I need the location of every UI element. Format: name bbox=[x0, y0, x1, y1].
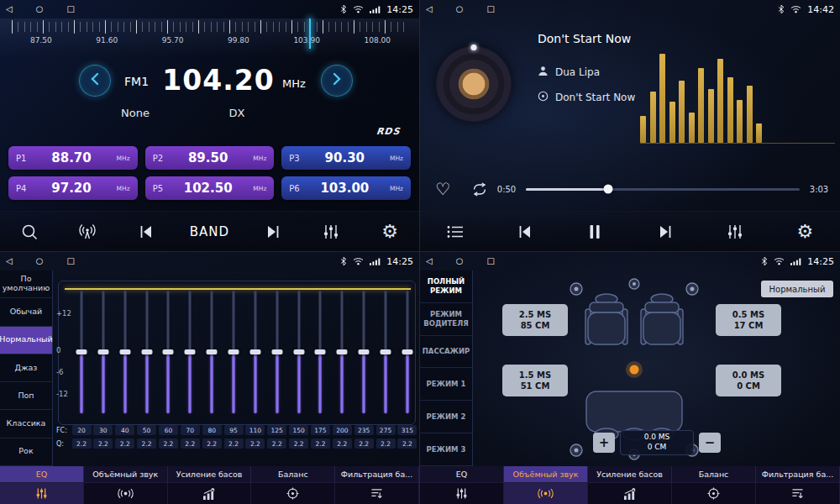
eq-band-slider[interactable] bbox=[401, 291, 414, 413]
radio-preset-p1[interactable]: P188.70MHz bbox=[8, 146, 138, 170]
eq-preset-item[interactable]: Джаз bbox=[0, 354, 52, 382]
surround-mode-item[interactable]: РЕЖИМ 3 bbox=[420, 433, 472, 466]
playlist-icon[interactable] bbox=[440, 217, 470, 247]
delay-chip-front-left[interactable]: 2.5 MS85 CM bbox=[502, 304, 568, 336]
radio-preset-p4[interactable]: P497.20MHz bbox=[8, 176, 138, 200]
surround-mode-item[interactable]: РЕЖИМ 1 bbox=[420, 368, 472, 401]
eq-slider-knob[interactable] bbox=[337, 349, 348, 354]
filter-icon[interactable] bbox=[335, 483, 419, 504]
eq-slider-knob[interactable] bbox=[97, 349, 108, 354]
eq-slider-knob[interactable] bbox=[207, 349, 218, 354]
surround-icon[interactable] bbox=[504, 483, 588, 504]
surround-mode-item[interactable]: ПАССАЖИР bbox=[420, 336, 472, 369]
tab-filter[interactable]: Фильтрация ба... bbox=[335, 466, 419, 482]
eq-slider-knob[interactable] bbox=[163, 349, 174, 354]
back-icon[interactable]: ◁ bbox=[426, 257, 433, 265]
eq-slider-knob[interactable] bbox=[359, 349, 370, 354]
surround-mode-item[interactable]: РЕЖИМ ВОДИТЕЛЯ bbox=[420, 303, 472, 336]
eq-band-slider[interactable] bbox=[183, 291, 197, 413]
delay-chip-rear-left[interactable]: 1.5 MS51 CM bbox=[502, 365, 568, 396]
eq-band-slider[interactable] bbox=[161, 291, 175, 413]
pause-icon[interactable] bbox=[580, 217, 610, 247]
eq-slider-knob[interactable] bbox=[185, 349, 196, 354]
eq-band-slider[interactable] bbox=[357, 291, 370, 413]
seek-up-button[interactable] bbox=[321, 65, 353, 97]
delay-increase-button[interactable]: + bbox=[593, 433, 615, 453]
eq-band-slider[interactable] bbox=[118, 291, 132, 413]
radio-preset-p3[interactable]: P390.30MHz bbox=[281, 146, 411, 170]
recents-icon[interactable]: □ bbox=[66, 5, 74, 13]
search-icon[interactable] bbox=[14, 217, 45, 247]
seek-down-button[interactable] bbox=[79, 65, 111, 97]
tab-surround-sound[interactable]: Объёмный звук bbox=[84, 466, 168, 482]
equalizer-icon[interactable] bbox=[720, 217, 750, 247]
sound-profile-button[interactable]: Нормальный bbox=[761, 281, 833, 297]
bass-boost-icon[interactable] bbox=[588, 483, 672, 504]
eq-slider-knob[interactable] bbox=[402, 349, 412, 354]
home-icon[interactable]: ○ bbox=[36, 5, 44, 13]
eq-band-slider[interactable] bbox=[97, 291, 110, 413]
eq-slider-knob[interactable] bbox=[249, 349, 260, 354]
home-icon[interactable]: ○ bbox=[456, 5, 464, 13]
broadcast-icon[interactable] bbox=[72, 217, 102, 247]
eq-band-slider[interactable] bbox=[379, 291, 392, 413]
eq-band-slider[interactable] bbox=[249, 291, 262, 413]
settings-icon[interactable]: ⚙ bbox=[790, 217, 820, 247]
home-icon[interactable]: ○ bbox=[456, 257, 464, 265]
settings-icon[interactable]: ⚙ bbox=[375, 217, 405, 247]
eq-preset-item[interactable]: Нормальный bbox=[0, 327, 52, 354]
eq-band-slider[interactable] bbox=[140, 291, 154, 413]
radio-preset-p6[interactable]: P6103.00MHz bbox=[281, 176, 411, 200]
eq-slider-knob[interactable] bbox=[76, 349, 87, 354]
frequency-scale[interactable] bbox=[12, 22, 407, 32]
eq-slider-knob[interactable] bbox=[119, 349, 130, 354]
band-button[interactable]: BAND bbox=[190, 217, 229, 247]
surround-icon[interactable] bbox=[84, 483, 168, 504]
eq-band-slider[interactable] bbox=[75, 291, 88, 413]
bass-boost-icon[interactable] bbox=[168, 483, 252, 504]
tab-balance[interactable]: Баланс bbox=[672, 466, 756, 482]
delay-chip-front-right[interactable]: 0.5 MS17 CM bbox=[716, 304, 781, 336]
radio-preset-p5[interactable]: P5102.50MHz bbox=[145, 176, 275, 200]
eq-slider-knob[interactable] bbox=[315, 349, 326, 354]
previous-track-icon[interactable] bbox=[131, 217, 161, 247]
surround-mode-item[interactable]: РЕЖИМ 2 bbox=[420, 401, 472, 433]
previous-track-icon[interactable] bbox=[510, 217, 540, 247]
recents-icon[interactable]: □ bbox=[486, 5, 494, 13]
tab-eq[interactable]: EQ bbox=[0, 466, 84, 482]
delay-decrease-button[interactable]: − bbox=[699, 433, 721, 453]
recents-icon[interactable]: □ bbox=[486, 257, 494, 265]
radio-preset-p2[interactable]: P289.50MHz bbox=[145, 146, 275, 170]
eq-band-slider[interactable] bbox=[227, 291, 240, 413]
favorite-icon[interactable]: ♡ bbox=[435, 181, 465, 197]
next-track-icon[interactable] bbox=[650, 217, 680, 247]
eq-preset-item[interactable]: Обычай bbox=[0, 298, 52, 326]
back-icon[interactable]: ◁ bbox=[6, 257, 13, 265]
tab-balance[interactable]: Баланс bbox=[251, 466, 335, 482]
filter-icon[interactable] bbox=[756, 483, 840, 504]
eq-preset-item[interactable]: По умолчанию bbox=[0, 270, 52, 298]
eq-icon[interactable] bbox=[0, 483, 84, 504]
eq-preset-item[interactable]: Классика bbox=[0, 410, 52, 438]
balance-icon[interactable] bbox=[672, 483, 756, 504]
eq-slider-knob[interactable] bbox=[228, 349, 239, 354]
eq-slider-knob[interactable] bbox=[293, 349, 304, 354]
eq-band-slider[interactable] bbox=[335, 291, 349, 413]
eq-band-slider[interactable] bbox=[313, 291, 327, 413]
eq-preset-item[interactable]: Поп bbox=[0, 382, 52, 410]
tab-bass-boost[interactable]: Усиление басов bbox=[168, 466, 252, 482]
seek-bar[interactable] bbox=[526, 188, 800, 191]
eq-slider-knob[interactable] bbox=[271, 349, 282, 354]
delay-chip-rear-right[interactable]: 0.0 MS0 CM bbox=[716, 365, 781, 396]
eq-band-slider[interactable] bbox=[205, 291, 218, 413]
eq-slider-knob[interactable] bbox=[381, 349, 391, 354]
recents-icon[interactable]: □ bbox=[66, 257, 74, 265]
progress-knob[interactable] bbox=[603, 185, 612, 194]
tab-filter[interactable]: Фильтрация ба... bbox=[756, 466, 840, 482]
back-icon[interactable]: ◁ bbox=[6, 5, 13, 13]
tab-surround-sound[interactable]: Объёмный звук bbox=[504, 466, 588, 482]
next-track-icon[interactable] bbox=[258, 217, 288, 247]
tab-eq[interactable]: EQ bbox=[420, 466, 504, 482]
equalizer-icon[interactable] bbox=[316, 217, 346, 247]
repeat-icon[interactable] bbox=[465, 182, 494, 197]
